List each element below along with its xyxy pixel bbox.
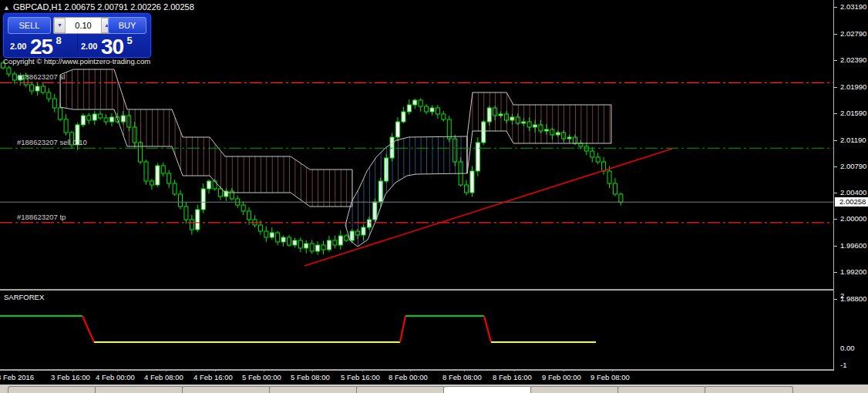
buy-price-sup: 5 xyxy=(126,35,132,46)
window-separator[interactable] xyxy=(0,289,868,291)
price-axis-label: 2.02790 xyxy=(840,29,866,38)
price-axis-label: 2.01190 xyxy=(840,136,866,144)
time-axis-label: 5 Feb 00:00 xyxy=(242,373,281,381)
price-axis-label: 2.01590 xyxy=(840,109,866,117)
candle-body xyxy=(144,162,148,181)
indicator-bands-layer xyxy=(60,69,611,247)
volume-decrease-icon[interactable]: ▼ xyxy=(54,18,66,33)
chart-tab-bar[interactable] xyxy=(0,384,868,393)
time-tick xyxy=(312,369,313,371)
candle-body xyxy=(607,171,611,183)
indicator-axis-label: 0.00 xyxy=(840,344,855,352)
candle-body xyxy=(465,185,469,193)
candle-body xyxy=(419,100,422,106)
candle-body xyxy=(81,116,85,125)
candle-body xyxy=(59,108,62,119)
time-axis[interactable]: 3 Feb 20163 Feb 16:004 Feb 00:004 Feb 08… xyxy=(0,371,868,384)
candle-body xyxy=(288,237,291,245)
time-axis-label: 5 Feb 08:00 xyxy=(291,373,330,381)
candle-body xyxy=(173,183,177,194)
time-tick xyxy=(362,369,363,371)
sarforex-segment xyxy=(484,316,491,342)
buy-price[interactable]: 2.00 30 5 xyxy=(81,35,133,59)
time-axis-label: 3 Feb 16:00 xyxy=(51,373,90,381)
candle-body xyxy=(167,173,171,183)
candle-body xyxy=(190,220,193,230)
chart-tab[interactable] xyxy=(95,386,183,393)
sell-button[interactable]: SELL xyxy=(8,17,51,34)
price-axis-label: 2.02390 xyxy=(840,55,866,64)
candle-body xyxy=(596,157,600,162)
chart-tab[interactable] xyxy=(530,386,619,393)
price-axis-label: 2.00000 xyxy=(840,214,866,223)
price-axis-label: 1.99200 xyxy=(840,267,866,276)
indicator-window-canvas[interactable] xyxy=(0,291,833,369)
time-tick xyxy=(612,369,613,371)
time-axis-label: 3 Feb 2016 xyxy=(0,373,34,381)
candle-body xyxy=(333,240,337,245)
candle-body xyxy=(281,237,285,242)
indicator-name: SARFOREX xyxy=(4,293,44,301)
price-axis-label: 2.03190 xyxy=(840,2,866,11)
time-tick xyxy=(514,369,515,371)
chart-tab[interactable] xyxy=(617,386,706,393)
volume-value[interactable]: 0.10 xyxy=(66,18,101,33)
time-tick xyxy=(166,369,167,371)
candle-body xyxy=(590,151,594,157)
time-axis-label: 8 Feb 00:00 xyxy=(389,373,428,381)
candle-body xyxy=(425,106,429,112)
candle-body xyxy=(470,171,474,193)
time-axis-label: 8 Feb 08:00 xyxy=(442,373,482,381)
price-tick xyxy=(834,113,837,114)
time-tick xyxy=(464,369,465,371)
candle-body xyxy=(156,166,160,185)
candle-body xyxy=(264,231,268,237)
candle-body xyxy=(304,244,308,248)
candle-body xyxy=(64,119,68,133)
candle-body xyxy=(447,119,451,139)
sell-price-prefix: 2.00 xyxy=(10,42,26,51)
panel-divider xyxy=(77,34,78,54)
candle-body xyxy=(104,118,108,122)
candle-body xyxy=(436,108,439,114)
time-tick xyxy=(19,369,19,371)
price-tick xyxy=(834,7,837,8)
candle-body xyxy=(109,117,113,122)
candle-body xyxy=(327,240,331,250)
volume-stepper[interactable]: ▼ 0.10 ▲ xyxy=(53,17,113,34)
candle-body xyxy=(430,108,434,112)
time-tick xyxy=(564,369,564,371)
time-tick xyxy=(215,369,216,371)
candle-body xyxy=(201,189,205,210)
time-axis-label: 5 Feb 16:00 xyxy=(341,373,380,381)
mt4-chart-window: ▲GBPCAD,H1 2.00675 2.00791 2.00226 2.002… xyxy=(0,0,868,393)
candle-body xyxy=(7,68,11,74)
candle-body xyxy=(99,114,103,118)
sell-price-big: 25 xyxy=(30,35,52,59)
symbol-arrow-icon: ▲ xyxy=(3,4,10,12)
candle-body xyxy=(407,105,411,112)
sell-price-sup: 8 xyxy=(56,35,61,46)
sell-price[interactable]: 2.00 25 8 xyxy=(10,35,62,59)
chart-tab[interactable] xyxy=(356,386,445,393)
price-tick xyxy=(834,193,837,193)
candle-body xyxy=(442,114,446,119)
price-axis-label: 2.01990 xyxy=(840,82,866,91)
time-axis-label: 9 Feb 00:00 xyxy=(542,373,581,381)
candle-body xyxy=(241,205,245,211)
one-click-trading-panel: SELL ▼ 0.10 ▲ BUY 2.00 25 8 2.00 30 5 xyxy=(3,13,151,58)
time-tick xyxy=(117,369,118,371)
price-tick xyxy=(834,166,837,167)
chart-tab[interactable] xyxy=(8,386,96,393)
candle-body xyxy=(41,86,45,92)
buy-button[interactable]: BUY xyxy=(108,17,146,34)
price-tick xyxy=(834,272,837,273)
chart-tab[interactable] xyxy=(269,386,358,393)
chart-tab[interactable] xyxy=(182,386,271,393)
chart-tab-active[interactable] xyxy=(443,386,532,393)
price-tick xyxy=(834,87,837,88)
time-axis-label: 4 Feb 16:00 xyxy=(193,373,233,381)
candle-body xyxy=(258,225,262,231)
chart-tab[interactable] xyxy=(705,386,793,393)
price-axis[interactable]: 2.031902.027902.023902.019902.015902.011… xyxy=(833,0,868,384)
